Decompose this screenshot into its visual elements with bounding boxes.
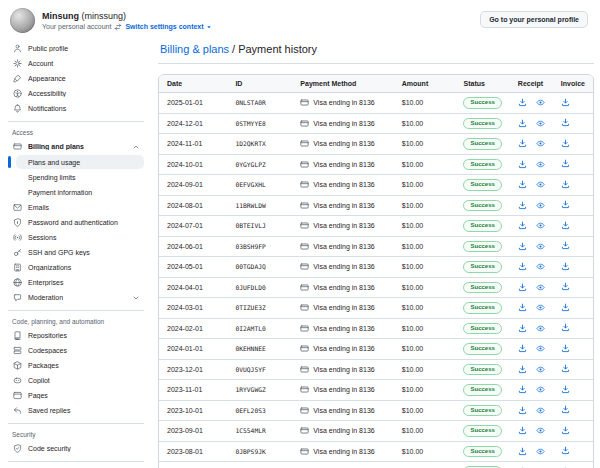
sidebar-subitem-payment-information[interactable]: Payment information: [16, 185, 144, 199]
sidebar-item-sessions[interactable]: Sessions: [8, 230, 144, 245]
download-invoice-button[interactable]: [561, 385, 570, 394]
download-invoice-button[interactable]: [561, 282, 570, 291]
download-receipt-button[interactable]: [518, 262, 527, 271]
view-receipt-button[interactable]: [536, 201, 545, 210]
download-receipt-button[interactable]: [518, 201, 527, 210]
table-row: 2024-09-01 0EFVGXHL Visa ending in 8136 …: [159, 175, 593, 196]
download-invoice-button[interactable]: [561, 364, 570, 373]
sidebar-subitem-spending-limits[interactable]: Spending limits: [16, 170, 144, 184]
sidebar-item-organizations[interactable]: Organizations: [8, 260, 144, 275]
sidebar-item-public-profile[interactable]: Public profile: [8, 41, 144, 56]
download-receipt-button[interactable]: [518, 385, 527, 394]
cell-amount: $10.00: [394, 175, 456, 196]
go-to-personal-profile-button[interactable]: Go to your personal profile: [480, 11, 588, 28]
view-receipt-button[interactable]: [536, 324, 545, 333]
sidebar-item-enterprises[interactable]: Enterprises: [8, 275, 144, 290]
view-receipt-button[interactable]: [536, 98, 545, 107]
view-receipt-button[interactable]: [536, 160, 545, 169]
sidebar-item-saved-replies[interactable]: Saved replies: [8, 403, 144, 418]
switch-settings-context-link[interactable]: Switch settings context: [125, 23, 212, 31]
sidebar-subitem-plans-and-usage[interactable]: Plans and usage: [16, 155, 144, 169]
download-receipt-button[interactable]: [518, 221, 527, 230]
view-receipt-button[interactable]: [536, 139, 545, 148]
download-invoice-button[interactable]: [561, 262, 570, 271]
download-invoice-button[interactable]: [561, 344, 570, 353]
sidebar-item-account[interactable]: Account: [8, 56, 144, 71]
download-invoice-button[interactable]: [561, 323, 570, 332]
breadcrumb-billing-plans-link[interactable]: Billing & plans: [160, 43, 229, 55]
download-receipt-button[interactable]: [518, 242, 527, 251]
cell-id: 0KEHNNEE: [227, 339, 292, 360]
download-receipt-button[interactable]: [518, 160, 527, 169]
sidebar-item-password-and-authentication[interactable]: Password and authentication: [8, 215, 144, 230]
download-invoice-button[interactable]: [561, 139, 570, 148]
download-receipt-button[interactable]: [518, 426, 527, 435]
download-receipt-button[interactable]: [518, 303, 527, 312]
download-receipt-button[interactable]: [518, 344, 527, 353]
cell-payment-method: Visa ending in 8136: [292, 359, 393, 380]
sidebar-item-label: Codespaces: [28, 347, 140, 354]
download-receipt-button[interactable]: [518, 119, 527, 128]
sidebar-item-moderation[interactable]: Moderation: [8, 290, 144, 305]
view-receipt-button[interactable]: [536, 303, 545, 312]
view-receipt-button[interactable]: [536, 119, 545, 128]
payment-method-text: Visa ending in 8136: [313, 181, 374, 188]
sidebar-item-notifications[interactable]: Notifications: [8, 101, 144, 116]
avatar[interactable]: [10, 8, 35, 33]
payment-method-text: Visa ending in 8136: [313, 120, 374, 127]
view-receipt-button[interactable]: [536, 180, 545, 189]
sidebar-item-accessibility[interactable]: Accessibility: [8, 86, 144, 101]
sidebar-item-appearance[interactable]: Appearance: [8, 71, 144, 86]
sidebar-item-packages[interactable]: Packages: [8, 358, 144, 373]
download-invoice-button[interactable]: [561, 426, 570, 435]
download-invoice-button[interactable]: [561, 405, 570, 414]
view-receipt-button[interactable]: [536, 262, 545, 271]
payment-method-text: Visa ending in 8136: [313, 222, 374, 229]
cell-status: Success: [455, 257, 509, 278]
credit-card-icon: [300, 385, 309, 394]
download-receipt-button[interactable]: [518, 139, 527, 148]
reply-icon: [12, 406, 22, 415]
download-invoice-button[interactable]: [561, 241, 570, 250]
view-receipt-button[interactable]: [536, 242, 545, 251]
cell-id: 0TIZUE3Z: [227, 298, 292, 319]
cell-invoice: [553, 359, 593, 380]
download-invoice-button[interactable]: [561, 98, 570, 107]
download-invoice-button[interactable]: [561, 446, 570, 455]
view-receipt-button[interactable]: [536, 406, 545, 415]
cell-id: 0BTEIVLJ: [227, 216, 292, 237]
view-receipt-button[interactable]: [536, 221, 545, 230]
cell-amount: $10.00: [394, 380, 456, 401]
view-receipt-button[interactable]: [536, 385, 545, 394]
sidebar-item-pages[interactable]: Pages: [8, 388, 144, 403]
sidebar-item-code-security[interactable]: Code security: [8, 441, 144, 456]
download-invoice-button[interactable]: [561, 159, 570, 168]
download-receipt-button[interactable]: [518, 406, 527, 415]
download-invoice-button[interactable]: [561, 303, 570, 312]
sidebar-item-copilot[interactable]: Copilot: [8, 373, 144, 388]
sidebar-item-billing-and-plans[interactable]: Billing and plans: [8, 139, 144, 154]
sidebar-item-ssh-and-gpg-keys[interactable]: SSH and GPG keys: [8, 245, 144, 260]
cell-date: 2023-12-01: [159, 359, 227, 380]
view-receipt-button[interactable]: [536, 426, 545, 435]
download-receipt-button[interactable]: [518, 447, 527, 456]
download-receipt-button[interactable]: [518, 180, 527, 189]
view-receipt-button[interactable]: [536, 447, 545, 456]
view-receipt-button[interactable]: [536, 344, 545, 353]
view-receipt-button[interactable]: [536, 283, 545, 292]
cell-payment-method: Visa ending in 8136: [292, 257, 393, 278]
sidebar-item-repositories[interactable]: Repositories: [8, 328, 144, 343]
download-receipt-button[interactable]: [518, 365, 527, 374]
cell-invoice: [553, 236, 593, 257]
download-receipt-button[interactable]: [518, 324, 527, 333]
download-invoice-button[interactable]: [561, 118, 570, 127]
download-receipt-button[interactable]: [518, 98, 527, 107]
download-invoice-button[interactable]: [561, 200, 570, 209]
download-invoice-button[interactable]: [561, 221, 570, 230]
sidebar-subitem-label: Plans and usage: [28, 159, 80, 166]
view-receipt-button[interactable]: [536, 365, 545, 374]
sidebar-item-codespaces[interactable]: Codespaces: [8, 343, 144, 358]
download-receipt-button[interactable]: [518, 283, 527, 292]
sidebar-item-emails[interactable]: Emails: [8, 200, 144, 215]
download-invoice-button[interactable]: [561, 180, 570, 189]
